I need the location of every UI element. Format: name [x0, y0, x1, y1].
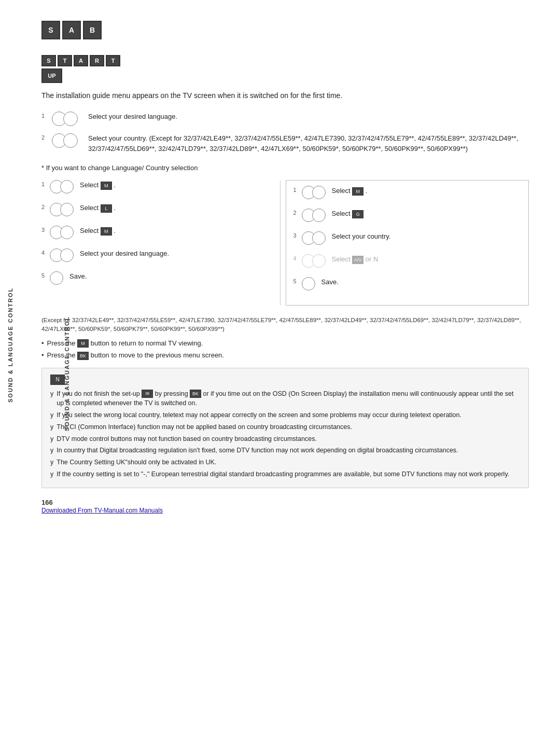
title-char-4: R	[90, 55, 104, 66]
intro-text: The installation guide menu appears on t…	[41, 90, 529, 101]
title-char-2: T	[58, 55, 72, 66]
note-item-3: y The CI (Common Interface) function may…	[50, 422, 520, 432]
note-text-1: If you do not finish the set-up IB by pr…	[57, 389, 520, 409]
title-char-5: T	[106, 55, 120, 66]
bk-icon-note: BK	[190, 390, 201, 398]
right-step-text-3: Select your country.	[332, 231, 522, 242]
circles-group	[50, 271, 63, 285]
right-step-text-4: Select A/V or N	[332, 254, 522, 265]
right-column: 1 Select M . 2 Select G 3 Select your co…	[286, 180, 529, 306]
note-text-3: The CI (Common Interface) function may n…	[57, 422, 352, 432]
page-footer: 166 Downloaded From TV-Manual.com Manual…	[41, 499, 529, 514]
left-step-num-1: 1	[41, 181, 47, 187]
note-text-4: DTV mode control buttons may not functio…	[57, 434, 317, 444]
circles-group	[302, 209, 326, 222]
circle	[312, 186, 326, 199]
left-step-num-4: 4	[41, 250, 47, 256]
circles-group	[50, 226, 74, 239]
note-item-5: y In country that Digital broadcasting r…	[50, 446, 520, 455]
note-text-5: In country that Digital broadcasting reg…	[57, 446, 458, 455]
left-column: 1 Select M . 2 Select L . 3 Select M .	[41, 180, 281, 306]
except-text: (Except for 32/37/42LE49**, 32/37/42/47/…	[41, 316, 529, 334]
step-circles-2	[52, 133, 78, 148]
step-text-2: Select your country. (Except for 32/37/4…	[88, 133, 529, 154]
right-step-2: 2 Select G	[293, 209, 522, 222]
press-bullet-2: • Press the BK button to move to the pre…	[41, 350, 529, 361]
av-icon: A/V	[352, 256, 363, 264]
step-text-1: Select your desired language.	[88, 112, 529, 122]
circle	[312, 231, 326, 245]
circle	[50, 271, 63, 285]
note-item-6: y The Country Setting UK"should only be …	[50, 458, 520, 467]
l-icon: L	[101, 204, 112, 213]
note-item-4: y DTV mode control buttons may not funct…	[50, 434, 520, 444]
left-step-text-5: Save.	[69, 271, 270, 282]
left-step-text-4: Select your desired language.	[80, 248, 270, 259]
logo-char-2: A	[62, 21, 81, 39]
notes-section: N y If you do not finish the set-up IB b…	[41, 368, 529, 488]
note-item-2: y If you select the wrong local country,…	[50, 410, 520, 420]
left-step-1: 1 Select M .	[41, 180, 270, 193]
left-step-2: 2 Select L .	[41, 203, 270, 216]
note-bullet-4: y	[50, 434, 53, 444]
menu-icon-left-1: M	[101, 182, 112, 190]
note-item-7: y If the country setting is set to "-," …	[50, 469, 520, 479]
left-step-num-3: 3	[41, 227, 47, 233]
circle	[60, 203, 74, 216]
intro-step-2: 2 Select your country. (Except for 32/37…	[41, 133, 529, 154]
right-step-5: 5 Save.	[293, 277, 522, 290]
step-number-1: 1	[41, 113, 47, 119]
sidebar-label: SOUND & LANGUAGE CONTROL	[7, 330, 13, 403]
sidebar-label-fixed: SOUND & LANGUAGE CONTROL	[64, 316, 70, 431]
left-step-3: 3 Select M .	[41, 226, 270, 239]
intro-steps: 1 Select your desired language. 2 Select…	[41, 112, 529, 154]
footer-link[interactable]: Downloaded From TV-Manual.com Manuals	[41, 507, 163, 514]
left-step-num-2: 2	[41, 204, 47, 210]
circles-group	[302, 277, 315, 290]
left-step-5: 5 Save.	[41, 271, 270, 285]
right-step-num-2: 2	[293, 210, 299, 216]
press-bullet-1: • Press the M button to return to normal…	[41, 338, 529, 349]
right-step-num-1: 1	[293, 187, 299, 193]
m-button-icon: M	[77, 339, 89, 348]
left-step-4: 4 Select your desired language.	[41, 248, 270, 262]
section-subtitle-box: UP	[41, 68, 62, 83]
left-step-text-3: Select M .	[80, 226, 270, 236]
right-step-text-2: Select G	[332, 209, 522, 219]
note-bullet-3: y	[50, 422, 53, 432]
logo-char-3: B	[83, 21, 102, 39]
two-col-steps: 1 Select M . 2 Select L . 3 Select M .	[41, 180, 529, 306]
note-item-1: y If you do not finish the set-up IB by …	[50, 389, 520, 409]
intro-step-1: 1 Select your desired language.	[41, 112, 529, 126]
title-char-1: S	[41, 55, 56, 66]
right-step-text-1: Select M .	[332, 186, 522, 196]
g-icon: G	[352, 210, 363, 218]
section-title-box: S T A R T	[41, 55, 120, 66]
note-text-2: If you select the wrong local country, t…	[57, 410, 461, 420]
circle	[60, 226, 74, 239]
title-char-3: A	[74, 55, 88, 66]
setup-icon: IB	[142, 390, 153, 398]
circle	[63, 112, 78, 126]
circle	[302, 277, 315, 290]
right-step-3: 3 Select your country.	[293, 231, 522, 245]
m-icon: M	[101, 227, 112, 236]
press-text-1: Press the M button to return to normal T…	[47, 338, 203, 349]
circle	[60, 180, 74, 193]
left-step-text-1: Select M .	[80, 180, 270, 190]
right-step-1: 1 Select M .	[293, 186, 522, 199]
logo-char-1: S	[41, 21, 60, 39]
note-bullet-5: y	[50, 446, 53, 455]
step-number-2: 2	[41, 134, 47, 141]
circle	[60, 248, 74, 262]
bk-button-icon: BK	[77, 352, 89, 360]
note-bullet-1: y	[50, 389, 53, 409]
step-circles-1	[52, 112, 78, 126]
change-section-label: * If you want to change Language/ Countr…	[41, 164, 529, 172]
circle	[63, 133, 78, 148]
bullet-dot-2: •	[41, 350, 44, 361]
circles-group	[302, 231, 326, 245]
circle	[312, 209, 326, 222]
circles-group	[50, 180, 74, 193]
note-bullet-7: y	[50, 469, 53, 479]
